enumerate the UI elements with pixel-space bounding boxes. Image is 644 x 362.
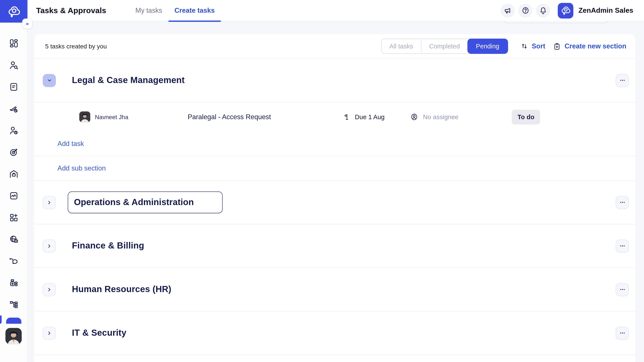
active-indicator-bar	[0, 315, 2, 324]
toolbar-controls: All tasks Completed Pending Sort	[381, 39, 626, 54]
user-avatar[interactable]	[5, 328, 22, 344]
filter-all-tasks[interactable]: All tasks	[382, 39, 421, 54]
workspace-name: ZenAdmin Sales	[578, 6, 634, 15]
tasks-summary: 5 tasks created by you	[45, 43, 107, 50]
sidebar-item-time-off[interactable]	[0, 98, 27, 119]
sidebar-item-dashboard[interactable]	[0, 33, 27, 54]
tab-create-tasks[interactable]: Create tasks	[168, 0, 221, 21]
section-menu-button[interactable]	[616, 74, 629, 87]
add-task-button[interactable]: Add task	[58, 140, 84, 148]
megaphone-icon	[503, 6, 512, 15]
time-off-icon	[8, 104, 18, 114]
create-new-section-label: Create new section	[564, 42, 626, 50]
sidebar-item-goals[interactable]	[0, 141, 27, 163]
sidebar-item-chat[interactable]	[0, 250, 27, 272]
tasks-panel: 5 tasks created by you All tasks Complet…	[34, 34, 636, 362]
filter-pending[interactable]: Pending	[467, 39, 508, 54]
tasks-toolbar: 5 tasks created by you All tasks Complet…	[34, 34, 636, 59]
sort-label: Sort	[532, 42, 545, 50]
chat-icon	[8, 256, 18, 266]
task-assignee-label: No assignee	[423, 113, 458, 121]
section-menu-button[interactable]	[616, 239, 629, 252]
section-menu-button[interactable]	[616, 326, 629, 340]
notifications-button[interactable]	[536, 4, 550, 18]
ellipsis-icon	[619, 77, 626, 84]
task-creator-photo	[79, 111, 90, 123]
milestone-flag-icon	[343, 113, 351, 121]
task-due-label: Due 1 Aug	[355, 113, 385, 121]
app-root: » Tasks & Approvals My tasks Create task…	[0, 0, 644, 362]
sidebar-item-documents[interactable]	[0, 76, 27, 98]
documents-icon	[8, 82, 18, 92]
task-creator-avatar	[79, 111, 90, 123]
section-title: IT & Security	[72, 328, 126, 338]
section-menu-button[interactable]	[616, 283, 629, 296]
expand-section-button[interactable]	[43, 283, 56, 296]
sidebar-item-active-partial[interactable]	[0, 315, 27, 324]
announcements-button[interactable]	[501, 4, 515, 18]
dashboard-icon	[8, 38, 18, 49]
chevron-down-icon	[46, 77, 53, 84]
attendance-icon	[8, 125, 18, 136]
sidebar-item-org-chart[interactable]	[0, 294, 27, 315]
chevron-right-icon	[46, 243, 52, 249]
sidebar-item-integrations[interactable]	[0, 272, 27, 294]
expand-section-button[interactable]	[43, 196, 56, 209]
sidebar-nav	[0, 23, 27, 324]
ellipsis-icon	[619, 199, 626, 206]
chevron-right-icon	[46, 330, 52, 336]
add-sub-section-button[interactable]: Add sub section	[58, 164, 106, 172]
zenadmin-cloud-icon	[560, 5, 571, 16]
create-new-section-button[interactable]: Create new section	[553, 42, 626, 50]
approvals-icon	[8, 191, 18, 201]
sort-button[interactable]: Sort	[520, 42, 545, 50]
ellipsis-icon	[619, 329, 626, 336]
help-button[interactable]	[518, 4, 532, 18]
tab-bar: My tasks Create tasks	[129, 0, 221, 21]
expand-section-button[interactable]	[43, 239, 56, 252]
org-chart-icon	[8, 299, 18, 310]
clipboard-plus-icon	[553, 42, 561, 50]
section-header-it-security: IT & Security	[34, 311, 636, 355]
sidebar-item-apps[interactable]	[0, 207, 27, 228]
add-task-row: Add task	[34, 132, 636, 156]
expand-section-button[interactable]	[43, 326, 56, 340]
section-menu-button[interactable]	[616, 196, 629, 209]
tab-my-tasks[interactable]: My tasks	[129, 0, 168, 21]
ellipsis-icon	[619, 286, 626, 293]
section-title: Legal & Case Management	[72, 75, 185, 86]
workspace-switcher[interactable]: ZenAdmin Sales	[558, 3, 633, 18]
assignee-user-icon	[410, 113, 418, 121]
sidebar-expand-button[interactable]: »	[22, 19, 32, 29]
chevron-right-icon	[46, 199, 52, 206]
content-area: 5 tasks created by you All tasks Complet…	[28, 22, 644, 362]
sidebar-item-workplace[interactable]	[0, 163, 27, 185]
goals-icon	[8, 147, 18, 157]
section-header-finance: Finance & Billing	[34, 224, 636, 268]
section-header-legal: Legal & Case Management	[34, 59, 636, 102]
sidebar-item-people-search[interactable]	[0, 54, 27, 76]
help-icon	[521, 6, 530, 15]
sidebar-item-attendance[interactable]	[0, 120, 27, 141]
collapse-section-button[interactable]	[43, 74, 56, 87]
expand-chevrons-icon: »	[26, 21, 29, 27]
task-creator-name: Navneet Jha	[95, 114, 188, 120]
zenadmin-cloud-icon	[6, 4, 21, 19]
task-assignee[interactable]: No assignee	[410, 113, 512, 121]
section-title: Finance & Billing	[72, 241, 144, 251]
global-icon	[8, 234, 18, 245]
sidebar-item-approvals[interactable]	[0, 185, 27, 207]
sidebar-item-global[interactable]	[0, 229, 27, 250]
task-status-badge[interactable]: To do	[512, 110, 540, 125]
task-row[interactable]: Navneet Jha Paralegal - Access Request D…	[34, 102, 636, 132]
section-title-input[interactable]: Operations & Administration	[68, 192, 222, 213]
active-item-highlight	[6, 317, 21, 324]
section-header-hr: Human Resources (HR)	[34, 268, 636, 312]
task-due-date[interactable]: Due 1 Aug	[343, 113, 410, 121]
sidebar	[0, 0, 28, 362]
filter-completed[interactable]: Completed	[421, 39, 468, 54]
task-title: Paralegal - Access Request	[188, 113, 343, 121]
topbar-actions: ZenAdmin Sales	[501, 3, 644, 18]
workplace-icon	[8, 169, 18, 179]
ellipsis-icon	[619, 242, 626, 249]
